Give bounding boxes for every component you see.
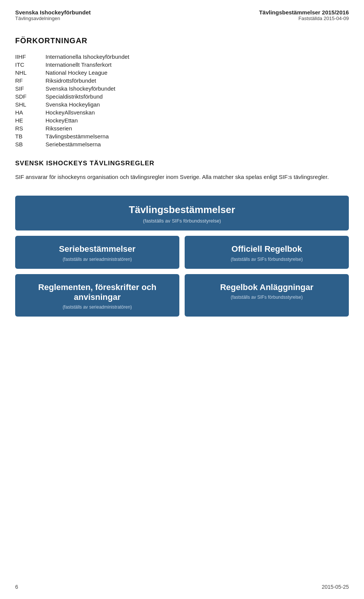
abbr-row: SDFSpecialdistriktsförbund: [15, 93, 349, 100]
doc-title: Tävlingsbestämmelser 2015/2016: [259, 9, 349, 16]
dept-name: Tävlingsavdelningen: [15, 16, 91, 21]
diagram-box-2-title: Officiell Regelbok: [191, 244, 343, 254]
page-number: 6: [15, 584, 18, 590]
abbr-code: NHL: [15, 69, 46, 76]
abbr-desc: National Hockey League: [46, 69, 107, 76]
abbr-desc: Seriebestämmelserna: [46, 141, 101, 147]
org-name: Svenska Ishockeyförbundet: [15, 9, 91, 16]
abbr-row: ITCInternationellt Transferkort: [15, 61, 349, 68]
abbr-row: HEHockeyEttan: [15, 117, 349, 124]
abbr-row: HAHockeyAllsvenskan: [15, 109, 349, 116]
diagram-box-3-title: Reglementen, föreskrifter och anvisninga…: [21, 282, 173, 303]
abbr-row: SHLSvenska Hockeyligan: [15, 101, 349, 108]
abbr-desc: Internationellt Transferkort: [46, 61, 111, 68]
abbr-row: RSRiksserien: [15, 125, 349, 132]
abbr-code: SDF: [15, 93, 46, 100]
abbr-code: ITC: [15, 61, 46, 68]
abbr-code: HA: [15, 109, 46, 116]
abbreviations-table: IIHFInternationella IshockeyförbundetITC…: [15, 53, 349, 147]
main-content: FÖRKORTNINGAR IIHFInternationella Ishock…: [0, 26, 364, 181]
abbr-desc: Internationella Ishockeyförbundet: [46, 53, 129, 60]
svensk-ishockey-paragraph: SIF ansvarar för ishockeyns organisation…: [15, 172, 349, 181]
footer-date: 2015-05-25: [322, 584, 349, 590]
abbr-code: IIHF: [15, 53, 46, 60]
diagram-box-3-sub: (fastställs av serieadministratören): [21, 304, 173, 310]
diagram-box-seriebestammelser: Seriebestämmelser (fastställs av seriead…: [15, 236, 179, 268]
abbr-row: SIFSvenska Ishockeyförbundet: [15, 85, 349, 92]
diagram-box-officiell-regelbok: Officiell Regelbok (fastställs av SIFs f…: [185, 236, 349, 268]
abbr-row: IIHFInternationella Ishockeyförbundet: [15, 53, 349, 60]
abbr-desc: HockeyAllsvenskan: [46, 109, 95, 116]
page-header: Svenska Ishockeyförbundet Tävlingsavdeln…: [0, 0, 364, 26]
abbr-code: SHL: [15, 101, 46, 108]
abbr-code: HE: [15, 117, 46, 124]
doc-date: Fastställda 2015-04-09: [298, 16, 349, 21]
svensk-ishockey-heading: SVENSK ISHOCKEYS TÄVLINGSREGLER: [15, 160, 349, 167]
abbr-desc: Svenska Hockeyligan: [46, 101, 100, 108]
diagram-box-reglementen: Reglementen, föreskrifter och anvisninga…: [15, 274, 179, 317]
abbr-row: TBTävlingsbestämmelserna: [15, 133, 349, 140]
foerkortningar-title: FÖRKORTNINGAR: [15, 36, 349, 45]
diagram-box-4-title: Regelbok Anläggningar: [191, 282, 343, 292]
diagram-box-regelbok-anlaggningar: Regelbok Anläggningar (fastställs av SIF…: [185, 274, 349, 317]
abbr-desc: Svenska Ishockeyförbundet: [46, 85, 115, 92]
diagram-top-box: Tävlingsbestämmelser (fastställs av SIFs…: [15, 196, 349, 231]
diagram-row-1: Seriebestämmelser (fastställs av seriead…: [15, 236, 349, 268]
diagram-top-sub: (fastställs av SIFs förbundsstyrelse): [23, 218, 341, 224]
abbr-desc: Riksserien: [46, 125, 72, 132]
diagram-box-4-sub: (fastställs av SIFs förbundsstyrelse): [191, 295, 343, 300]
diagram-area: Tävlingsbestämmelser (fastställs av SIFs…: [0, 184, 364, 329]
abbr-code: SB: [15, 141, 46, 147]
abbr-code: TB: [15, 133, 46, 140]
abbr-desc: Tävlingsbestämmelserna: [46, 133, 109, 140]
abbr-code: RS: [15, 125, 46, 132]
diagram-box-1-sub: (fastställs av serieadministratören): [21, 257, 173, 262]
header-right: Tävlingsbestämmelser 2015/2016 Fastställ…: [259, 9, 349, 21]
abbr-code: SIF: [15, 85, 46, 92]
abbr-desc: Specialdistriktsförbund: [46, 93, 103, 100]
abbr-row: NHLNational Hockey League: [15, 69, 349, 76]
abbr-row: RFRiksidrottsförbundet: [15, 77, 349, 84]
diagram-row-2: Reglementen, föreskrifter och anvisninga…: [15, 274, 349, 317]
diagram-top-title: Tävlingsbestämmelser: [23, 204, 341, 216]
header-left: Svenska Ishockeyförbundet Tävlingsavdeln…: [15, 9, 91, 21]
diagram-box-1-title: Seriebestämmelser: [21, 244, 173, 254]
page-footer: 6 2015-05-25: [0, 584, 364, 590]
abbr-code: RF: [15, 77, 46, 84]
diagram-box-2-sub: (fastställs av SIFs förbundsstyrelse): [191, 257, 343, 262]
abbr-desc: HockeyEttan: [46, 117, 78, 124]
abbr-row: SBSeriebestämmelserna: [15, 141, 349, 147]
abbr-desc: Riksidrottsförbundet: [46, 77, 96, 84]
